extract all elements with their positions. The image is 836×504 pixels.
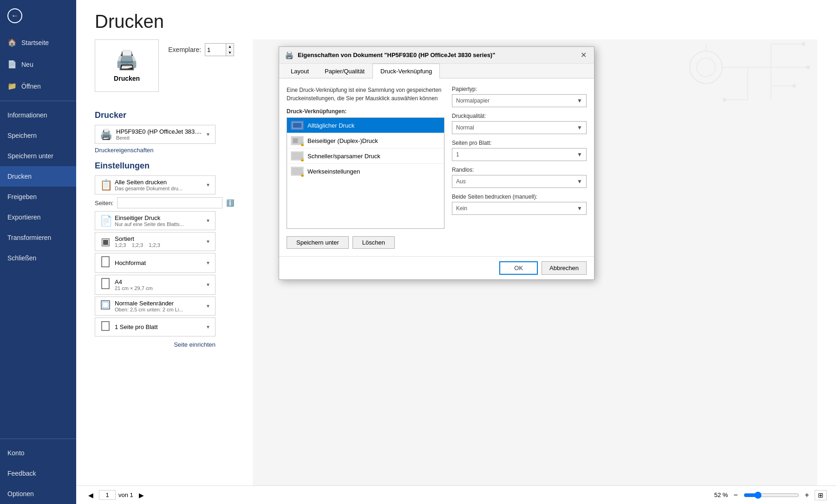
- exemplare-spinner[interactable]: ▲ ▼: [205, 43, 234, 56]
- spinner-down[interactable]: ▼: [226, 50, 234, 56]
- seiten-pro-blatt-select[interactable]: 1 ▼: [452, 148, 587, 161]
- setting-main-3: Sortiert: [115, 235, 202, 242]
- setting-arrow-4: ▼: [206, 260, 210, 265]
- setting-alle-seiten[interactable]: 📋 Alle Seiten drucken Das gesamte Dokume…: [95, 175, 216, 194]
- printer-dropdown[interactable]: 🖨️ HP5F93E0 (HP OfficeJet 383.... Bereit…: [95, 125, 216, 144]
- zoom-out-button[interactable]: −: [732, 491, 739, 499]
- tab-papier-qualitaet[interactable]: Papier/Qualität: [317, 64, 372, 78]
- svg-point-5: [690, 51, 722, 84]
- sidebar-item-informationen[interactable]: Informationen: [0, 105, 76, 125]
- loeschen-button[interactable]: Löschen: [353, 236, 395, 249]
- circuit-decoration: [678, 39, 817, 132]
- seiten-info-icon[interactable]: ℹ️: [226, 199, 234, 207]
- seiten-row: Seiten: ℹ️: [95, 197, 234, 208]
- setting-seitenraender[interactable]: Normale Seitenränder Oben: 2,5 cm unten:…: [95, 297, 216, 316]
- sidebar-label-oeffnen: Öffnen: [21, 83, 41, 90]
- setting-einseitig[interactable]: 📄 Einseitiger Druck Nur auf eine Seite d…: [95, 211, 216, 230]
- sidebar-item-freigeben[interactable]: Freigeben: [0, 187, 76, 207]
- sidebar-item-exportieren[interactable]: Exportieren: [0, 207, 76, 227]
- dialog-action-buttons: Speichern unter Löschen: [279, 236, 594, 256]
- zoom-slider[interactable]: [744, 491, 799, 499]
- ok-button[interactable]: OK: [499, 261, 538, 275]
- prev-page-button[interactable]: ◀: [85, 491, 96, 500]
- sidebar-item-neu[interactable]: 📄 Neu: [0, 53, 76, 75]
- setting-icon-5: [100, 278, 111, 291]
- dialog-close-button[interactable]: ✕: [579, 51, 588, 59]
- setting-arrow-2: ▼: [206, 218, 210, 223]
- randlos-select[interactable]: Aus ▼: [452, 175, 587, 188]
- sidebar-label-freigeben: Freigeben: [7, 193, 37, 200]
- setting-seiten-pro-blatt[interactable]: 1 Seite pro Blatt ▼: [95, 317, 216, 336]
- sidebar-label-speichern: Speichern: [7, 132, 37, 139]
- fit-page-button[interactable]: ⊞: [815, 490, 827, 500]
- sidebar-item-schliessen[interactable]: Schließen: [0, 248, 76, 268]
- page-input[interactable]: [99, 490, 116, 500]
- druck-item-schnell[interactable]: 🔒 Schneller/sparsamer Druck: [287, 149, 444, 164]
- svg-rect-1: [102, 278, 109, 289]
- druckqualitaet-group: Druckqualität: Normal ▼: [452, 113, 587, 134]
- main-header: Drucken: [76, 0, 836, 39]
- druck-item-beiseitig[interactable]: 🔒 Beiseitiger (Duplex-)Druck: [287, 133, 444, 149]
- papiertyp-select[interactable]: Normalpapier ▼: [452, 94, 587, 107]
- sidebar-item-konto[interactable]: Konto: [0, 443, 76, 463]
- next-page-button[interactable]: ▶: [136, 491, 147, 500]
- druck-item-alltaglich[interactable]: Alltäglicher Druck: [287, 118, 444, 133]
- setting-icon-3: ▣: [100, 236, 111, 248]
- setting-hochformat[interactable]: Hochformat ▼: [95, 253, 216, 273]
- tab-layout-label: Layout: [291, 68, 309, 75]
- dialog-description-1: Eine Druck-Verknüpfung ist eine Sammlung…: [287, 86, 444, 103]
- randlos-label: Randlos:: [452, 167, 587, 173]
- sidebar-item-drucken[interactable]: Drucken: [0, 166, 76, 187]
- sidebar-item-speichern-unter[interactable]: Speichern unter: [0, 146, 76, 166]
- druck-item-label-1: Alltäglicher Druck: [307, 122, 354, 129]
- dialog-footer: OK Abbrechen: [279, 256, 594, 279]
- papiertyp-group: Papiertyp: Normalpapier ▼: [452, 86, 587, 107]
- zoom-in-button[interactable]: +: [803, 491, 811, 499]
- sidebar-item-oeffnen[interactable]: 📁 Öffnen: [0, 75, 76, 97]
- svg-rect-3: [103, 302, 108, 308]
- seiten-pro-blatt-arrow: ▼: [577, 151, 582, 158]
- druckqualitaet-label: Druckqualität:: [452, 113, 587, 119]
- setting-main-2: Einseitiger Druck: [115, 214, 202, 221]
- print-column: 🖨️ Drucken Exemplare: ▲ ▼: [95, 39, 234, 485]
- druckqualitaet-select[interactable]: Normal ▼: [452, 121, 587, 134]
- sidebar-item-startseite[interactable]: 🏠 Startseite: [0, 32, 76, 53]
- druck-item-icon-1: [291, 121, 304, 130]
- divider-1: [0, 101, 76, 101]
- sidebar-item-transformieren[interactable]: Transformieren: [0, 227, 76, 248]
- seite-einrichten-link[interactable]: Seite einrichten: [95, 341, 216, 348]
- zoom-bar: 52 % − + ⊞: [714, 490, 827, 500]
- sidebar-item-optionen[interactable]: Optionen: [0, 484, 76, 504]
- back-button[interactable]: ←: [0, 0, 76, 32]
- setting-sortiert[interactable]: ▣ Sortiert 1;2;3 1;2;3 1;2;3 ▼: [95, 232, 216, 251]
- printer-properties-link[interactable]: Druckereigenschaften: [95, 147, 234, 154]
- druck-item-werkseinstellungen[interactable]: 🔒 Werkseinstellungen: [287, 164, 444, 179]
- spinner-up[interactable]: ▲: [226, 44, 234, 50]
- svg-point-16: [792, 84, 796, 88]
- sidebar-item-speichern[interactable]: Speichern: [0, 125, 76, 146]
- seiten-pro-blatt-group: Seiten pro Blatt: 1 ▼: [452, 140, 587, 161]
- setting-main-6: Normale Seitenränder: [115, 300, 202, 307]
- einstellungen-title: Einstellungen: [95, 161, 234, 171]
- setting-a4[interactable]: A4 21 cm × 29,7 cm ▼: [95, 275, 216, 295]
- tab-papier-label: Papier/Qualität: [325, 68, 365, 75]
- sidebar-item-feedback[interactable]: Feedback: [0, 463, 76, 484]
- seiten-input[interactable]: [117, 197, 222, 208]
- beide-seiten-select[interactable]: Kein ▼: [452, 202, 587, 215]
- cancel-button[interactable]: Abbrechen: [542, 261, 587, 275]
- speichern-unter-button[interactable]: Speichern unter: [287, 236, 349, 249]
- tab-layout[interactable]: Layout: [283, 64, 317, 78]
- papiertyp-arrow: ▼: [577, 97, 582, 104]
- sidebar-label-informationen: Informationen: [7, 111, 47, 119]
- tab-druck-verknuepfung[interactable]: Druck-Verknüpfung: [372, 64, 440, 78]
- randlos-value: Aus: [456, 178, 466, 185]
- print-button[interactable]: 🖨️ Drucken: [95, 39, 159, 92]
- svg-rect-4: [102, 322, 109, 330]
- exemplare-input[interactable]: [205, 44, 226, 56]
- page-total: von 1: [118, 491, 133, 498]
- print-button-label: Drucken: [114, 75, 140, 82]
- setting-info-6: Normale Seitenränder Oben: 2,5 cm unten:…: [115, 300, 202, 312]
- svg-rect-21: [293, 123, 301, 128]
- beide-seiten-arrow: ▼: [577, 205, 582, 212]
- printer-status: Bereit: [116, 135, 202, 141]
